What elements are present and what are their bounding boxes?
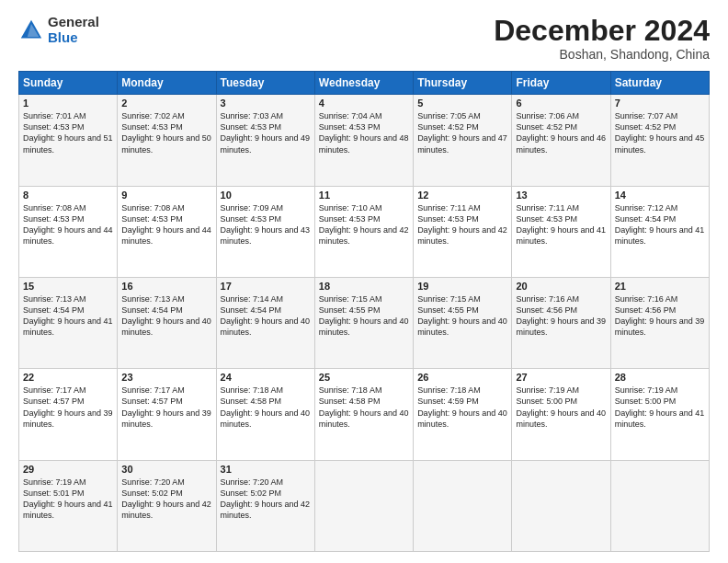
logo-text: General Blue <box>48 15 99 45</box>
table-cell: 15Sunrise: 7:13 AMSunset: 4:54 PMDayligh… <box>19 277 118 368</box>
col-saturday: Saturday <box>610 72 709 95</box>
page: General Blue December 2024 Boshan, Shand… <box>0 0 728 563</box>
col-friday: Friday <box>512 72 610 95</box>
logo-general-text: General <box>48 15 99 30</box>
col-wednesday: Wednesday <box>314 72 413 95</box>
table-cell <box>314 460 413 551</box>
col-thursday: Thursday <box>414 72 512 95</box>
title-block: December 2024 Boshan, Shandong, China <box>494 15 710 62</box>
col-sunday: Sunday <box>19 72 118 95</box>
table-cell: 17Sunrise: 7:14 AMSunset: 4:54 PMDayligh… <box>216 277 314 368</box>
header: General Blue December 2024 Boshan, Shand… <box>18 15 710 62</box>
table-cell <box>610 460 709 551</box>
calendar-table: Sunday Monday Tuesday Wednesday Thursday… <box>18 71 710 552</box>
table-cell: 1Sunrise: 7:01 AMSunset: 4:53 PMDaylight… <box>19 95 118 186</box>
calendar-row: 1Sunrise: 7:01 AMSunset: 4:53 PMDaylight… <box>19 95 710 186</box>
table-cell <box>512 460 610 551</box>
table-cell: 30Sunrise: 7:20 AMSunset: 5:02 PMDayligh… <box>118 460 216 551</box>
table-cell: 3Sunrise: 7:03 AMSunset: 4:53 PMDaylight… <box>216 95 314 186</box>
table-cell: 21Sunrise: 7:16 AMSunset: 4:56 PMDayligh… <box>610 277 709 368</box>
calendar-row: 22Sunrise: 7:17 AMSunset: 4:57 PMDayligh… <box>19 369 710 460</box>
table-cell: 19Sunrise: 7:15 AMSunset: 4:55 PMDayligh… <box>414 277 512 368</box>
table-cell: 23Sunrise: 7:17 AMSunset: 4:57 PMDayligh… <box>118 369 216 460</box>
month-title: December 2024 <box>494 15 710 47</box>
calendar-row: 15Sunrise: 7:13 AMSunset: 4:54 PMDayligh… <box>19 277 710 368</box>
calendar-body: 1Sunrise: 7:01 AMSunset: 4:53 PMDaylight… <box>19 95 710 552</box>
table-cell: 4Sunrise: 7:04 AMSunset: 4:53 PMDaylight… <box>314 95 413 186</box>
logo-blue-text: Blue <box>48 30 99 46</box>
table-cell: 12Sunrise: 7:11 AMSunset: 4:53 PMDayligh… <box>414 186 512 277</box>
table-cell: 24Sunrise: 7:18 AMSunset: 4:58 PMDayligh… <box>216 369 314 460</box>
table-cell: 2Sunrise: 7:02 AMSunset: 4:53 PMDaylight… <box>118 95 216 186</box>
table-cell: 8Sunrise: 7:08 AMSunset: 4:53 PMDaylight… <box>19 186 118 277</box>
table-cell: 9Sunrise: 7:08 AMSunset: 4:53 PMDaylight… <box>118 186 216 277</box>
table-cell: 28Sunrise: 7:19 AMSunset: 5:00 PMDayligh… <box>610 369 709 460</box>
table-cell: 27Sunrise: 7:19 AMSunset: 5:00 PMDayligh… <box>512 369 610 460</box>
table-cell: 16Sunrise: 7:13 AMSunset: 4:54 PMDayligh… <box>118 277 216 368</box>
table-cell: 11Sunrise: 7:10 AMSunset: 4:53 PMDayligh… <box>314 186 413 277</box>
header-row: Sunday Monday Tuesday Wednesday Thursday… <box>19 72 710 95</box>
table-cell: 18Sunrise: 7:15 AMSunset: 4:55 PMDayligh… <box>314 277 413 368</box>
table-cell: 29Sunrise: 7:19 AMSunset: 5:01 PMDayligh… <box>19 460 118 551</box>
table-cell: 25Sunrise: 7:18 AMSunset: 4:58 PMDayligh… <box>314 369 413 460</box>
col-tuesday: Tuesday <box>216 72 314 95</box>
table-cell: 20Sunrise: 7:16 AMSunset: 4:56 PMDayligh… <box>512 277 610 368</box>
table-cell: 22Sunrise: 7:17 AMSunset: 4:57 PMDayligh… <box>19 369 118 460</box>
location: Boshan, Shandong, China <box>494 47 710 62</box>
calendar-row: 8Sunrise: 7:08 AMSunset: 4:53 PMDaylight… <box>19 186 710 277</box>
table-cell: 6Sunrise: 7:06 AMSunset: 4:52 PMDaylight… <box>512 95 610 186</box>
table-cell: 14Sunrise: 7:12 AMSunset: 4:54 PMDayligh… <box>610 186 709 277</box>
col-monday: Monday <box>118 72 216 95</box>
table-cell: 5Sunrise: 7:05 AMSunset: 4:52 PMDaylight… <box>414 95 512 186</box>
table-cell: 7Sunrise: 7:07 AMSunset: 4:52 PMDaylight… <box>610 95 709 186</box>
table-cell: 10Sunrise: 7:09 AMSunset: 4:53 PMDayligh… <box>216 186 314 277</box>
table-cell <box>414 460 512 551</box>
logo-icon <box>18 17 44 43</box>
calendar-row: 29Sunrise: 7:19 AMSunset: 5:01 PMDayligh… <box>19 460 710 551</box>
calendar: Sunday Monday Tuesday Wednesday Thursday… <box>18 71 710 552</box>
table-cell: 13Sunrise: 7:11 AMSunset: 4:53 PMDayligh… <box>512 186 610 277</box>
table-cell: 31Sunrise: 7:20 AMSunset: 5:02 PMDayligh… <box>216 460 314 551</box>
logo: General Blue <box>18 15 99 45</box>
calendar-header: Sunday Monday Tuesday Wednesday Thursday… <box>19 72 710 95</box>
table-cell: 26Sunrise: 7:18 AMSunset: 4:59 PMDayligh… <box>414 369 512 460</box>
